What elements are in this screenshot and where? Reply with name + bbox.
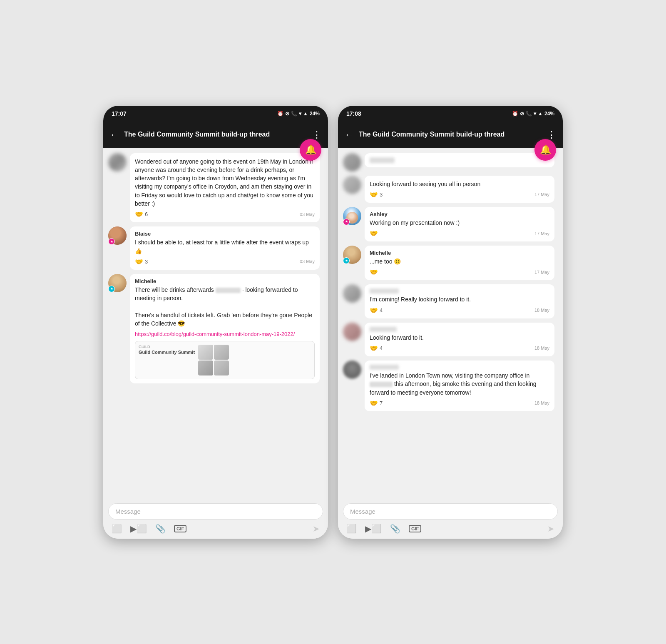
toolbar-row-2: ⬜ ▶⬜ 📎 GIF ➤ xyxy=(343,522,558,535)
video-icon-2[interactable]: ▶⬜ xyxy=(365,524,382,534)
image-icon-1[interactable]: ⬜ xyxy=(112,524,122,534)
message-row-p5: I'm coming! Really looking forward to it… xyxy=(343,284,558,318)
toolbar-icons-1: ⬜ ▶⬜ 📎 GIF xyxy=(112,524,186,534)
toolbar-row-1: ⬜ ▶⬜ 📎 GIF ➤ xyxy=(108,522,323,535)
message-footer-p2: 🤝 3 17 May xyxy=(370,191,549,199)
message-bubble-p5: I'm coming! Really looking forward to it… xyxy=(365,284,554,318)
message-footer-p6: 🤝 4 18 May xyxy=(370,344,549,352)
link-preview: GUILD Guild Community Summit xyxy=(135,341,315,379)
message-row-3: ★ Michelle There will be drinks afterwar… xyxy=(108,274,323,383)
wifi-icon: ▾ xyxy=(299,111,301,117)
hands-emoji-2: 🤝 xyxy=(135,258,143,266)
back-button-2[interactable]: ← xyxy=(345,129,354,140)
michelle-badge-2: ★ xyxy=(343,257,350,264)
phone-1: 17:07 ⏰ ⊘ 📞 ▾ ▲ 24% ← The Guild Communit… xyxy=(103,106,328,539)
status-bar-2: 17:08 ⏰ ⊘ 📞 ▾ ▲ 24% xyxy=(338,106,563,122)
message-text-p6: Looking forward to it. xyxy=(370,333,549,342)
message-input-row-1[interactable]: Message xyxy=(108,503,323,520)
preview-thumb-1 xyxy=(198,345,213,360)
signal-icon: ▲ xyxy=(303,111,308,117)
back-button-1[interactable]: ← xyxy=(110,129,119,140)
ashley-badge: ★ xyxy=(343,219,350,225)
send-button-2[interactable]: ➤ xyxy=(547,524,554,534)
send-button-1[interactable]: ➤ xyxy=(313,524,320,534)
message-placeholder-1: Message xyxy=(115,508,316,515)
sender-name-2: Blaise xyxy=(135,231,315,237)
bell-icon-1: 🔔 xyxy=(305,144,316,155)
message-row-p1 xyxy=(343,153,558,172)
link-text[interactable]: https://guild.co/blog/guild-community-su… xyxy=(135,331,295,337)
message-text-2: I should be able to, at least for a litt… xyxy=(135,238,315,255)
message-bubble-2: Blaise I should be able to, at least for… xyxy=(130,226,320,270)
avatar-blurred-p6 xyxy=(343,323,361,341)
reaction-count-p7: 7 xyxy=(380,400,383,406)
message-text-1: Wondered out of anyone going to this eve… xyxy=(135,157,315,208)
message-row-1: Wondered out of anyone going to this eve… xyxy=(108,153,323,223)
more-button-2[interactable]: ⋮ xyxy=(547,129,556,140)
gif-button-2[interactable]: GIF xyxy=(409,525,421,532)
message-bubble-1: Wondered out of anyone going to this eve… xyxy=(130,153,320,223)
link-container: https://guild.co/blog/guild-community-su… xyxy=(135,330,315,338)
attach-icon-1[interactable]: 📎 xyxy=(155,524,166,534)
reaction-p4: 🤝 xyxy=(370,268,378,276)
message-text-p4: ...me too 🙂 xyxy=(370,257,549,266)
message-row-p6: Looking forward to it. 🤝 4 18 May xyxy=(343,323,558,356)
sender-name-p3: Ashley xyxy=(370,211,549,217)
hands-emoji-p7: 🤝 xyxy=(370,399,378,407)
hands-emoji-p5: 🤝 xyxy=(370,306,378,314)
sender-name-p4: Michelle xyxy=(370,250,549,256)
status-icons-2: ⏰ ⊘ 📞 ▾ ▲ 24% xyxy=(512,111,554,117)
reaction-count-1: 6 xyxy=(145,211,148,217)
chat-title-1: The Guild Community Summit build-up thre… xyxy=(124,130,307,139)
message-input-area-2: Message ⬜ ▶⬜ 📎 GIF ➤ xyxy=(338,500,563,539)
hands-emoji-1: 🤝 xyxy=(135,210,143,218)
timestamp-1: 03 May xyxy=(300,212,315,217)
blurred-name-p7 xyxy=(370,365,399,370)
video-icon-1[interactable]: ▶⬜ xyxy=(130,524,147,534)
chat-header-2: ← The Guild Community Summit build-up th… xyxy=(338,122,563,148)
message-row-p7: I've landed in London Town now, visiting… xyxy=(343,361,558,411)
timestamp-2: 03 May xyxy=(300,259,315,264)
avatar-blurred-p7 xyxy=(343,361,361,379)
reaction-count-p5: 4 xyxy=(380,307,383,313)
reaction-p2: 🤝 3 xyxy=(370,191,383,199)
alarm-icon: ⏰ xyxy=(277,111,283,117)
message-row-p3: ★ Ashley Working on my presentation now … xyxy=(343,207,558,241)
message-text-p7: I've landed in London Town now, visiting… xyxy=(370,371,549,397)
message-text-p5: I'm coming! Really looking forward to it… xyxy=(370,295,549,303)
timestamp-p6: 18 May xyxy=(534,346,549,351)
chat-title-2: The Guild Community Summit build-up thre… xyxy=(359,130,542,139)
sender-name-3: Michelle xyxy=(135,278,315,284)
phone-2: 17:08 ⏰ ⊘ 📞 ▾ ▲ 24% ← The Guild Communit… xyxy=(338,106,563,539)
blurred-name-partial xyxy=(370,157,395,163)
reaction-p3: 🤝 xyxy=(370,229,378,237)
attach-icon-2[interactable]: 📎 xyxy=(390,524,400,534)
status-bar-1: 17:07 ⏰ ⊘ 📞 ▾ ▲ 24% xyxy=(103,106,328,122)
message-input-row-2[interactable]: Message xyxy=(343,503,558,520)
message-footer-1: 🤝 6 03 May xyxy=(135,210,315,218)
avatar-blurred-1 xyxy=(108,153,127,172)
message-footer-p5: 🤝 4 18 May xyxy=(370,306,549,314)
battery-2: 24% xyxy=(544,111,554,117)
more-button-1[interactable]: ⋮ xyxy=(312,129,321,140)
phone-icon-2: 📞 xyxy=(526,111,532,117)
message-footer-p3: 🤝 17 May xyxy=(370,229,549,237)
phone-icon: 📞 xyxy=(291,111,297,117)
reaction-1: 🤝 6 xyxy=(135,210,148,218)
reaction-count-2: 3 xyxy=(145,259,148,265)
message-bubble-p3: Ashley Working on my presentation now :)… xyxy=(365,207,554,241)
gif-button-1[interactable]: GIF xyxy=(174,525,186,532)
block-icon: ⊘ xyxy=(285,111,289,117)
message-text-p2: Looking forward to seeing you all in per… xyxy=(370,180,549,188)
notification-bell-1[interactable]: 🔔 xyxy=(300,139,321,161)
reaction-2: 🤝 3 xyxy=(135,258,148,266)
preview-thumb-4 xyxy=(214,361,229,375)
avatar-ashley: ★ xyxy=(343,207,361,225)
preview-thumb-3 xyxy=(198,361,213,375)
link-preview-images xyxy=(198,345,229,375)
notification-bell-2[interactable]: 🔔 xyxy=(534,139,556,161)
image-icon-2[interactable]: ⬜ xyxy=(346,524,357,534)
status-icons-1: ⏰ ⊘ 📞 ▾ ▲ 24% xyxy=(277,111,320,117)
link-preview-info: GUILD Guild Community Summit xyxy=(139,345,195,375)
chat-area-1: Wondered out of anyone going to this eve… xyxy=(103,148,328,500)
